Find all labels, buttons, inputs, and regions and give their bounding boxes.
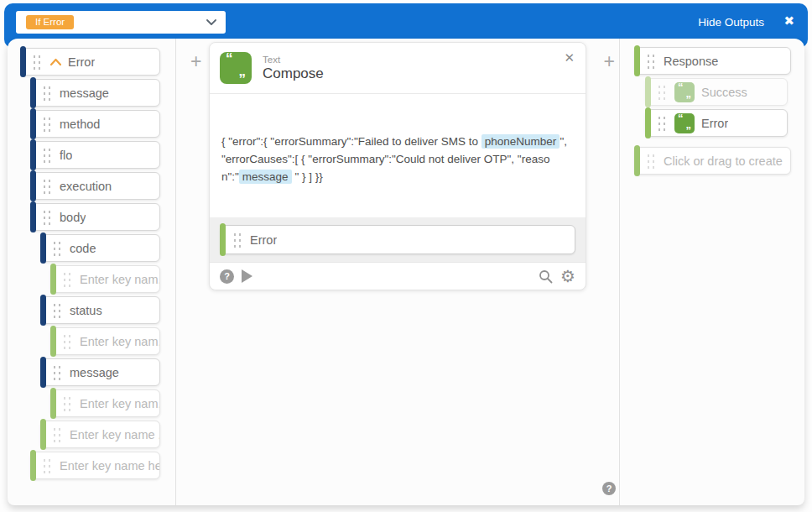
gear-icon[interactable]: ⚙ bbox=[560, 268, 575, 285]
accent-bar bbox=[30, 108, 36, 139]
accent-bar bbox=[30, 201, 36, 232]
item-label: Enter key nam... bbox=[80, 335, 159, 348]
chevron-up-icon[interactable] bbox=[49, 58, 62, 66]
variable-chip[interactable]: phoneNumber bbox=[481, 134, 560, 149]
accent-bar bbox=[634, 145, 640, 176]
drag-handle-icon bbox=[62, 395, 72, 412]
accent-bar bbox=[40, 295, 46, 326]
placeholder-item-enter-key-nam[interactable]: Enter key nam... bbox=[50, 389, 160, 417]
drag-handle-icon bbox=[32, 54, 42, 71]
placeholder-item-enter-key-name[interactable]: Enter key name ... bbox=[40, 421, 160, 448]
help-icon[interactable]: ? bbox=[602, 482, 616, 495]
help-icon[interactable]: ? bbox=[220, 269, 234, 284]
compose-card-header: “” Text Compose ✕ bbox=[210, 43, 586, 93]
variable-dropzone: Error bbox=[210, 217, 586, 262]
accent-bar bbox=[20, 46, 26, 77]
hide-outputs-link[interactable]: Hide Outputs bbox=[698, 16, 764, 29]
accent-bar bbox=[40, 357, 46, 388]
selected-option-badge: If Error bbox=[26, 15, 74, 29]
item-label: Enter key name he... bbox=[60, 459, 159, 473]
drag-handle-icon bbox=[62, 271, 72, 288]
accent-bar bbox=[50, 388, 56, 419]
card-type-label: Text bbox=[263, 55, 324, 65]
drag-handle-icon bbox=[52, 426, 62, 443]
header: If Error Hide Outputs ✖ bbox=[4, 3, 808, 39]
item-label: message bbox=[70, 366, 119, 379]
item-label: code bbox=[70, 242, 96, 255]
tree-item-message[interactable]: message bbox=[30, 79, 160, 107]
quote-icon: “” bbox=[674, 82, 695, 102]
accent-bar bbox=[645, 76, 651, 107]
tree-item-body[interactable]: body bbox=[30, 203, 160, 231]
item-label: Success bbox=[701, 86, 747, 99]
search-icon[interactable] bbox=[539, 269, 553, 284]
dropped-variable-error[interactable]: Error bbox=[220, 225, 575, 254]
tree-item-code[interactable]: code bbox=[40, 234, 160, 262]
add-node-left-button[interactable]: + bbox=[190, 52, 201, 71]
output-selector-dropdown[interactable]: If Error bbox=[16, 11, 226, 34]
item-label: flo bbox=[60, 149, 72, 162]
outputs-list: Response“”Success“”ErrorClick or drag to… bbox=[620, 47, 804, 175]
drag-handle-icon bbox=[52, 364, 62, 381]
drag-handle-icon bbox=[42, 116, 52, 133]
drag-handle-icon bbox=[62, 333, 72, 350]
item-label: Error bbox=[68, 55, 95, 69]
quote-icon: “” bbox=[674, 113, 695, 133]
card-title: Compose bbox=[263, 65, 324, 82]
drag-handle-icon bbox=[42, 209, 52, 226]
tree-item-response[interactable]: Response bbox=[634, 47, 791, 75]
item-label: body bbox=[60, 211, 86, 224]
item-label: Enter key nam... bbox=[80, 273, 159, 286]
compose-panel: + “” Text Compose ✕ { "error":{ "errorSu… bbox=[176, 39, 619, 505]
tree-item-success[interactable]: “”Success bbox=[645, 78, 788, 106]
placeholder-item-enter-key-nam[interactable]: Enter key nam... bbox=[50, 265, 160, 293]
compose-editor[interactable]: { "error":{ "errorSummary":"Failed to de… bbox=[210, 93, 586, 217]
drag-handle-icon bbox=[52, 240, 62, 257]
tree-item-error[interactable]: “”Error bbox=[645, 109, 788, 137]
placeholder-item-click-or-drag-to-create[interactable]: Click or drag to create bbox=[634, 147, 791, 175]
play-icon[interactable] bbox=[242, 269, 252, 283]
item-label: Enter key name ... bbox=[70, 428, 159, 441]
input-tree-list: ErrormessagemethodfloexecutionbodycodeEn… bbox=[8, 48, 175, 479]
placeholder-item-enter-key-name-he[interactable]: Enter key name he... bbox=[30, 452, 160, 479]
input-tree-panel: ErrormessagemethodfloexecutionbodycodeEn… bbox=[8, 39, 176, 505]
compose-card-toolbar: ? ⚙ bbox=[210, 262, 586, 290]
editor-text: { "error":{ "errorSummary":"Failed to de… bbox=[221, 135, 481, 148]
dropped-variable-label: Error bbox=[250, 233, 277, 247]
accent-bar bbox=[30, 77, 36, 108]
chevron-down-icon bbox=[206, 18, 217, 26]
mapping-editor: ErrormessagemethodfloexecutionbodycodeEn… bbox=[8, 39, 804, 505]
accent-bar bbox=[220, 223, 226, 256]
tree-item-status[interactable]: status bbox=[40, 296, 160, 324]
item-label: Enter key nam... bbox=[80, 397, 159, 410]
accent-bar bbox=[30, 170, 36, 201]
outputs-panel: Response“”Success“”ErrorClick or drag to… bbox=[619, 39, 804, 505]
tree-item-message[interactable]: message bbox=[40, 358, 160, 386]
item-label: Response bbox=[664, 55, 718, 68]
accent-bar bbox=[30, 450, 36, 481]
drag-handle-icon bbox=[646, 53, 656, 70]
add-node-right-button[interactable]: + bbox=[604, 52, 615, 71]
drag-handle-icon bbox=[232, 232, 242, 248]
card-close-icon[interactable]: ✕ bbox=[564, 50, 575, 65]
compose-card: “” Text Compose ✕ { "error":{ "errorSumm… bbox=[209, 42, 586, 290]
item-label: method bbox=[60, 118, 100, 131]
accent-bar bbox=[30, 139, 36, 170]
tree-item-flo[interactable]: flo bbox=[30, 141, 160, 169]
accent-bar bbox=[645, 107, 651, 138]
accent-bar bbox=[40, 419, 46, 450]
close-icon[interactable]: ✖ bbox=[783, 13, 794, 29]
drag-handle-icon bbox=[42, 178, 52, 195]
tree-item-error[interactable]: Error bbox=[20, 48, 160, 76]
editor-text: " } ] }} bbox=[292, 170, 323, 183]
tree-item-execution[interactable]: execution bbox=[30, 172, 160, 200]
drag-handle-icon bbox=[52, 302, 62, 319]
placeholder-item-enter-key-nam[interactable]: Enter key nam... bbox=[50, 327, 160, 355]
item-label: execution bbox=[60, 180, 112, 193]
quote-icon: “” bbox=[220, 52, 252, 84]
accent-bar bbox=[50, 326, 56, 357]
tree-item-method[interactable]: method bbox=[30, 110, 160, 138]
variable-chip[interactable]: message bbox=[239, 170, 292, 184]
item-label: Click or drag to create bbox=[664, 154, 783, 168]
drag-handle-icon bbox=[42, 85, 52, 102]
